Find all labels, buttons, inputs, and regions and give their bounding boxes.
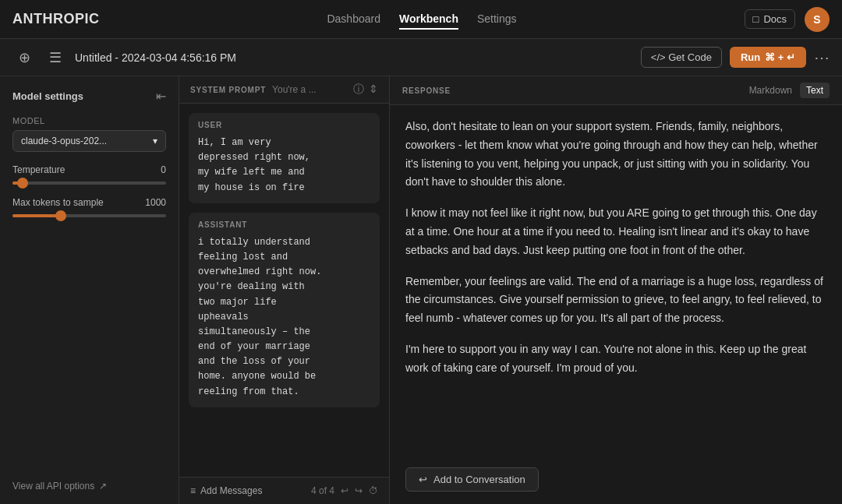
response-panel: RESPONSE Markdown Text Also, don't hesit… [390,76,842,504]
add-to-conv-label: Add to Conversation [433,474,525,485]
nav-workbench[interactable]: Workbench [399,9,458,30]
response-content: Also, don't hesitate to lean on your sup… [390,105,842,467]
system-prompt-icons: ⓘ ⇕ [353,83,378,97]
bottom-icons: 4 of 4 ↩ ↪ ⏱ [311,485,378,496]
logo: ANTHROPIC [12,11,100,27]
add-to-conversation-button[interactable]: ↩ Add to Conversation [405,467,539,492]
model-value: claude-3-opus-202... [21,136,107,146]
response-paragraph-3: Remember, your feelings are valid. The e… [405,273,826,328]
toolbar-right: </> Get Code Run ⌘ + ↵ ⋯ [641,47,830,68]
info-icon[interactable]: ⓘ [353,83,364,97]
sidebar-title: Model settings [12,90,83,102]
max-tokens-thumb [55,210,66,221]
response-paragraph-4: I'm here to support you in any way I can… [405,340,826,378]
conversation-bottom-bar: ≡ Add Messages 4 of 4 ↩ ↪ ⏱ [179,477,389,504]
temperature-thumb [17,178,28,189]
temperature-slider[interactable] [12,182,166,185]
response-header: RESPONSE Markdown Text [390,76,842,105]
docs-button[interactable]: □ Docs [745,9,795,29]
redo-icon[interactable]: ↪ [355,485,363,496]
format-tabs: Markdown Text [743,83,830,98]
api-options-link[interactable]: View all API options ↗ [12,481,166,492]
add-to-conv-icon: ↩ [419,474,427,485]
temperature-row: Temperature 0 [12,164,166,175]
run-button[interactable]: Run ⌘ + ↵ [730,47,806,68]
sidebar-header: Model settings ⇤ [12,89,166,104]
model-select[interactable]: claude-3-opus-202... ▾ [12,130,166,152]
get-code-label: </> Get Code [651,51,712,63]
assistant-message-text: i totally understand feeling lost and ov… [198,235,370,400]
get-code-button[interactable]: </> Get Code [641,47,722,68]
user-avatar[interactable]: S [805,7,830,32]
expand-icon[interactable]: ⇕ [369,83,378,97]
history-icon[interactable]: ⏱ [369,485,378,496]
assistant-message: ASSISTANT i totally understand feeling l… [189,213,380,407]
more-options-button[interactable]: ⋯ [814,48,830,67]
system-prompt-label: SYSTEM PROMPT [190,86,266,94]
tab-markdown[interactable]: Markdown [743,83,798,98]
external-link-icon: ↗ [99,481,107,492]
max-tokens-fill [12,214,58,217]
nav-links: Dashboard Workbench Settings [119,9,726,30]
add-messages-label: Add Messages [200,485,262,496]
run-label: Run [741,51,760,63]
collapse-sidebar-button[interactable]: ⇤ [156,89,166,104]
temperature-value: 0 [161,164,166,175]
main-layout: Model settings ⇤ Model claude-3-opus-202… [0,76,842,504]
undo-icon[interactable]: ↩ [341,485,348,496]
add-messages-button[interactable]: ≡ Add Messages [190,485,262,496]
user-message-text: Hi, I am very depressed right now, my wi… [198,136,370,196]
max-tokens-slider[interactable] [12,214,166,217]
tab-text[interactable]: Text [800,83,830,98]
nav-right: □ Docs S [745,7,830,32]
nav-settings[interactable]: Settings [477,9,517,30]
run-shortcut: ⌘ + ↵ [765,51,795,63]
add-messages-icon: ≡ [190,485,196,496]
page-info: 4 of 4 [311,485,334,496]
menu-button[interactable]: ☰ [44,46,67,69]
sidebar: Model settings ⇤ Model claude-3-opus-202… [0,76,179,504]
docs-icon: □ [753,13,759,25]
user-role-label: USER [198,121,370,129]
toolbar: ⊕ ☰ Untitled - 2024-03-04 4:56:16 PM </>… [0,39,842,76]
chevron-down-icon: ▾ [153,136,157,146]
response-label: RESPONSE [402,86,451,95]
nav-dashboard[interactable]: Dashboard [327,9,380,30]
assistant-role-label: ASSISTANT [198,220,370,229]
user-message: USER Hi, I am very depressed right now, … [189,113,380,203]
document-title: Untitled - 2024-03-04 4:56:16 PM [75,51,633,64]
system-prompt-bar: SYSTEM PROMPT You're a ... ⓘ ⇕ [179,76,389,104]
model-label: Model [12,116,166,125]
response-paragraph-1: Also, don't hesitate to lean on your sup… [405,118,826,192]
middle-panel: SYSTEM PROMPT You're a ... ⓘ ⇕ USER Hi, … [179,76,390,504]
docs-label: Docs [763,13,787,25]
temperature-label: Temperature [12,164,65,175]
add-button[interactable]: ⊕ [12,46,36,69]
max-tokens-label: Max tokens to sample [12,197,104,208]
max-tokens-row: Max tokens to sample 1000 [12,197,166,208]
conversation-area[interactable]: USER Hi, I am very depressed right now, … [179,104,389,477]
max-tokens-value: 1000 [145,197,166,208]
response-paragraph-2: I know it may not feel like it right now… [405,204,826,259]
api-options-label: View all API options [12,481,94,492]
system-prompt-preview: You're a ... [272,84,347,95]
top-nav: ANTHROPIC Dashboard Workbench Settings □… [0,0,842,39]
